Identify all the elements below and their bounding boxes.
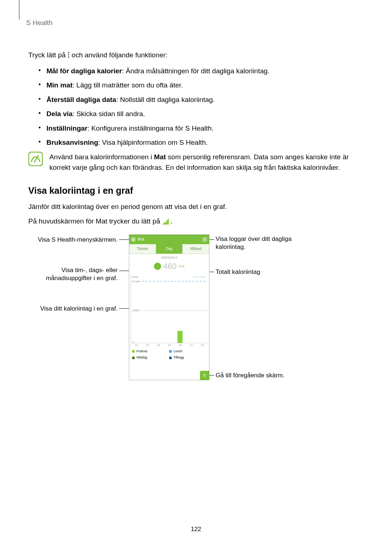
svg-rect-3	[29, 152, 42, 166]
page-number: 122	[28, 525, 364, 534]
header-divider	[19, 0, 20, 20]
app-header: Mat	[129, 235, 209, 244]
callout-graph: Visa ditt kaloriintag i en graf.	[28, 305, 118, 313]
bar-day-26	[177, 331, 183, 343]
svg-marker-5	[162, 218, 169, 225]
y-mid: 1200	[132, 308, 139, 312]
chart-icon	[162, 217, 171, 225]
swatch-icon	[169, 357, 172, 359]
goal-line	[138, 281, 205, 282]
list-item: Återställ dagliga data: Nollställ ditt d…	[38, 94, 364, 105]
x-axis: 22 23 24 25 26 27 28	[131, 343, 208, 347]
back-fab[interactable]	[200, 371, 209, 380]
swatch-icon	[132, 357, 135, 359]
item-title: Mål för dagliga kalorier	[46, 67, 122, 75]
legend-item: Tilltugg	[169, 355, 206, 360]
manual-page: S Health Tryck lätt på och använd följan…	[0, 0, 392, 554]
chart-legend: Frukost Lunch Middag Tilltugg	[129, 347, 209, 362]
legend-label: Middag	[136, 355, 147, 360]
note-bold: Mat	[154, 153, 166, 161]
callout-log-l2: kaloriintag.	[216, 243, 245, 250]
callout-period-l1: Visa tim-, dags- eller	[61, 267, 118, 274]
period-tabs: Timme Dag Månad	[129, 244, 209, 254]
hamburger-icon[interactable]	[131, 238, 135, 241]
phone-screenshot: Mat Timme Dag Månad 26/03/2014 460 Kcal	[129, 234, 209, 380]
callout-period-l2: månadsuppgifter i en graf.	[46, 275, 118, 282]
total-value: 460	[163, 260, 177, 272]
callout-log: Visa loggar över ditt dagliga kaloriinta…	[216, 235, 310, 251]
item-desc: : Konfigurera inställningarna för S Heal…	[87, 124, 213, 132]
x-tick: 22	[135, 343, 138, 347]
app-header-title: Mat	[138, 236, 144, 242]
item-desc: : Visa hjälpinformation om S Health.	[98, 139, 208, 146]
legend-item: Frukost	[132, 349, 169, 354]
x-tick: 27	[189, 343, 193, 347]
callout-total: Totalt kaloriintag	[216, 268, 310, 276]
intro-post: och använd följande funktioner:	[72, 51, 167, 59]
list-item: Min mat: Lägg till maträtter som du ofta…	[38, 80, 364, 90]
x-tick: 26	[179, 343, 182, 347]
svg-point-1	[68, 54, 69, 56]
note-callout: Använd bara kaloriinformationen i Mat so…	[28, 152, 364, 173]
leader-line	[209, 375, 214, 376]
p2-pre: På huvudskärmen för Mat trycker du lätt …	[28, 217, 162, 225]
more-icon	[68, 52, 70, 58]
legend-label: Frukost	[136, 349, 147, 354]
x-tick: 25	[168, 343, 171, 347]
app-name: S Health	[26, 17, 364, 28]
note-icon	[28, 152, 43, 173]
note-text: Använd bara kaloriinformationen i Mat so…	[49, 152, 364, 173]
item-title: Dela via	[46, 110, 73, 118]
gridline	[131, 311, 208, 311]
list-item: Dela via: Skicka sidan till andra.	[38, 108, 364, 119]
svg-point-0	[68, 52, 69, 53]
swatch-icon	[169, 350, 172, 353]
intro-pre: Tryck lätt på	[28, 51, 68, 59]
annotated-screenshot: Visa S Health-menyskärmen. Visa tim-, da…	[28, 234, 362, 394]
function-list: Mål för dagliga kalorier: Ändra målsättn…	[28, 66, 364, 148]
y-top: 2400	[132, 275, 138, 279]
legend-label: Tilltugg	[173, 355, 184, 360]
unit-label: Kcal	[179, 264, 185, 268]
swatch-icon	[132, 350, 135, 353]
date-label: 26/03/2014	[129, 254, 209, 260]
item-title: Återställ dagliga data	[46, 96, 116, 103]
list-item: Bruksanvisning: Visa hjälpinformation om…	[38, 137, 364, 148]
tab-day[interactable]: Dag	[156, 244, 183, 254]
section-heading: Visa kaloriintag i en graf	[28, 184, 364, 198]
body-paragraph-2: På huvudskärmen för Mat trycker du lätt …	[28, 216, 364, 226]
goal-label: 2170 kcal	[193, 275, 205, 284]
calorie-chart: 2400 (Kcal) 2170 kcal 1200 0 22 23 24 25…	[131, 274, 208, 347]
note-pre: Använd bara kaloriinformationen i	[49, 153, 154, 161]
callout-log-l1: Visa loggar över ditt dagliga	[216, 235, 292, 242]
callout-period: Visa tim-, dags- eller månadsuppgifter i…	[28, 266, 118, 282]
x-tick: 28	[200, 343, 204, 347]
item-title: Inställningar	[46, 124, 87, 132]
legend-item: Lunch	[169, 349, 206, 354]
x-tick: 24	[157, 343, 160, 347]
item-desc: : Nollställ ditt dagliga kaloriintag.	[116, 96, 215, 103]
callout-menu: Visa S Health-menyskärmen.	[28, 236, 118, 244]
svg-line-4	[34, 155, 38, 163]
intake-dot-icon	[154, 263, 161, 270]
tab-month[interactable]: Månad	[183, 244, 209, 254]
callout-back: Gå till föregående skärm.	[216, 372, 310, 379]
legend-item: Middag	[132, 355, 169, 360]
x-tick: 23	[146, 343, 149, 347]
utensils-icon	[202, 373, 207, 378]
leader-line	[119, 239, 130, 240]
list-item: Mål för dagliga kalorier: Ändra målsättn…	[38, 66, 364, 76]
list-item: Inställningar: Konfigurera inställningar…	[38, 123, 364, 134]
total-row: 460 Kcal	[129, 260, 209, 274]
intro-text: Tryck lätt på och använd följande funkti…	[28, 50, 364, 60]
tab-hour[interactable]: Timme	[129, 244, 156, 254]
item-title: Min mat	[46, 81, 73, 89]
p2-post: .	[171, 217, 172, 225]
svg-point-2	[68, 57, 69, 58]
body-paragraph-1: Jämför ditt kaloriintag över en period g…	[28, 201, 364, 212]
item-desc: : Lägg till maträtter som du ofta äter.	[73, 81, 183, 89]
item-desc: : Ändra målsättningen för ditt dagliga k…	[122, 67, 270, 75]
log-icon[interactable]	[203, 237, 207, 242]
item-desc: : Skicka sidan till andra.	[73, 110, 145, 118]
legend-label: Lunch	[173, 349, 183, 354]
